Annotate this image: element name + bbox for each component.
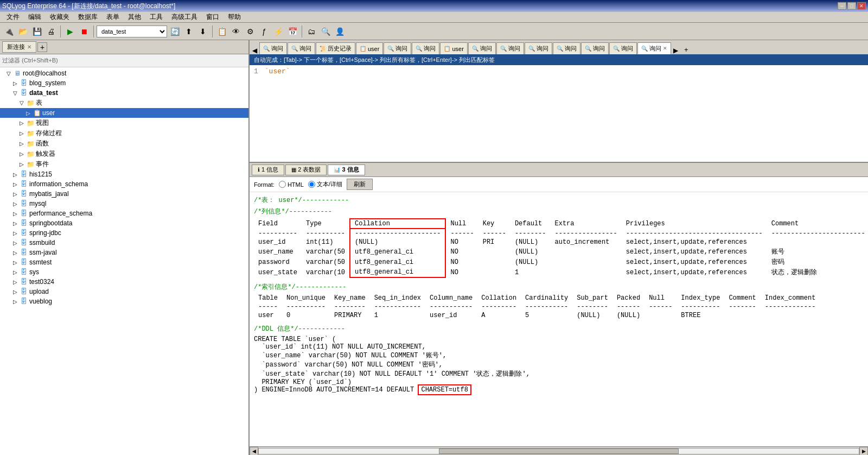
hscroll-thumb[interactable] xyxy=(439,448,679,454)
db-tree: ▽ 🖥 root@localhost ▷ 🗄 blog_system ▽ 🗄 d… xyxy=(0,67,248,455)
qtab-query-7[interactable]: 🔍 询问 xyxy=(525,42,552,54)
result-content[interactable]: /*表： user*/------------ /*列信息*/---------… xyxy=(250,192,868,446)
qtab-query-2[interactable]: 🔍 询问 xyxy=(288,42,315,54)
tb-func[interactable]: ƒ xyxy=(258,25,271,38)
tb-new-conn[interactable]: 🔌 xyxy=(2,25,15,38)
qtab-query-8[interactable]: 🔍 询问 xyxy=(553,42,580,54)
tree-node-ssm-javal[interactable]: ▷ 🗄 ssm-javal xyxy=(0,248,248,257)
tree-node-mybatis[interactable]: ▷ 🗄 mybatis_javal xyxy=(0,189,248,199)
col-collation-4: utf8_general_ci xyxy=(350,267,445,277)
qtab-query-5[interactable]: 🔍 询问 xyxy=(468,42,496,54)
menubar-item-文件[interactable]: 文件 xyxy=(2,11,24,23)
refresh-button[interactable]: 刷新 xyxy=(347,179,373,190)
maximize-button[interactable]: □ xyxy=(847,2,856,10)
tb-user[interactable]: 👤 xyxy=(333,25,346,38)
tb-schema[interactable]: 🗂 xyxy=(305,25,318,38)
tb-save[interactable]: 💾 xyxy=(30,25,43,38)
hscroll-right-arrow[interactable]: ▶ xyxy=(859,447,868,456)
menubar-item-工具[interactable]: 工具 xyxy=(145,11,167,23)
qtab-query-1[interactable]: 🔍 询问 xyxy=(259,42,287,54)
rtab-tabledata[interactable]: ▦ 2 表数据 xyxy=(285,165,327,175)
qtab-label: 询问 xyxy=(424,45,436,53)
tree-node-vueblog[interactable]: ▷ 🗄 vueblog xyxy=(0,296,248,306)
add-tab-button[interactable]: + xyxy=(681,45,691,54)
minimize-button[interactable]: ─ xyxy=(838,2,846,10)
tb-table[interactable]: 📋 xyxy=(215,25,228,38)
tree-node-ssmtest[interactable]: ▷ 🗄 ssmtest xyxy=(0,257,248,267)
tree-node-funcs-folder[interactable]: ▷ 📁 函数 xyxy=(0,138,248,149)
conn-tab-new[interactable]: 新连接 ✕ xyxy=(2,41,36,53)
tree-node-tables-folder[interactable]: ▽ 📁 表 xyxy=(0,98,248,108)
tree-node-events-folder[interactable]: ▷ 📁 事件 xyxy=(0,159,248,169)
format-html-radio[interactable] xyxy=(279,181,286,188)
tree-node-root[interactable]: ▽ 🖥 root@localhost xyxy=(0,68,248,78)
rtab-colinfo[interactable]: 📊 3 信息 xyxy=(328,165,365,175)
info-icon: ℹ xyxy=(258,167,260,173)
tb-proc[interactable]: ⚙ xyxy=(244,25,257,38)
db-selector[interactable]: data_test xyxy=(97,26,167,37)
qtab-user-1[interactable]: 📋 user xyxy=(356,42,383,54)
sep: ------ xyxy=(478,229,510,238)
tree-node-mysql[interactable]: ▷ 🗄 mysql xyxy=(0,199,248,208)
tb-view[interactable]: 👁 xyxy=(229,25,242,38)
tree-label-triggers: 触发器 xyxy=(36,149,55,159)
close-icon[interactable]: ✕ xyxy=(27,44,31,50)
menubar-item-收藏夹[interactable]: 收藏夹 xyxy=(46,11,74,23)
menubar-item-窗口[interactable]: 窗口 xyxy=(202,11,224,23)
qtab-query-3[interactable]: 🔍 询问 xyxy=(384,42,411,54)
qtab-nav-left[interactable]: ◀ xyxy=(251,47,259,54)
menubar-item-帮助[interactable]: 帮助 xyxy=(224,11,245,23)
format-text-option[interactable]: 文本/详细 xyxy=(308,180,342,188)
qtab-query-10[interactable]: 🔍 询问 xyxy=(609,42,637,54)
format-text-radio[interactable] xyxy=(308,181,315,188)
tb-open[interactable]: 📂 xyxy=(16,25,29,38)
close-button[interactable]: ✕ xyxy=(857,2,866,10)
tree-node-info-schema[interactable]: ▷ 🗄 information_schema xyxy=(0,179,248,189)
tree-node-spring-jdbc[interactable]: ▷ 🗄 spring-jdbc xyxy=(0,228,248,238)
expand-icon: ▷ xyxy=(11,79,20,87)
qtab-history[interactable]: 📜 历史记录 xyxy=(316,42,355,54)
tree-node-ssmbuild[interactable]: ▷ 🗄 ssmbuild xyxy=(0,238,248,248)
tree-node-triggers-folder[interactable]: ▷ 📁 触发器 xyxy=(0,149,248,159)
tree-node-user-table[interactable]: ▷ 📋 user xyxy=(0,108,248,118)
tb-execute[interactable]: ▶ xyxy=(63,25,76,38)
col-extra-3 xyxy=(551,257,622,267)
menubar-item-其他[interactable]: 其他 xyxy=(124,11,145,23)
tb-trigger[interactable]: ⚡ xyxy=(272,25,285,38)
tree-node-his1215[interactable]: ▷ 🗄 his1215 xyxy=(0,169,248,179)
tb-print[interactable]: 🖨 xyxy=(44,25,58,38)
menubar-item-表单[interactable]: 表单 xyxy=(102,11,124,23)
editor-content[interactable]: 1`user` xyxy=(250,65,868,163)
tree-node-procs-folder[interactable]: ▷ 📁 存储过程 xyxy=(0,128,248,138)
menubar-item-数据库[interactable]: 数据库 xyxy=(74,11,102,23)
qtab-query-6[interactable]: 🔍 询问 xyxy=(496,42,524,54)
tb-stop[interactable]: ⏹ xyxy=(78,25,91,38)
qtab-query-active[interactable]: 🔍 询问 ✕ xyxy=(637,42,671,54)
tree-node-springboot[interactable]: ▷ 🗄 springbootdata xyxy=(0,218,248,228)
menubar-item-高级工具[interactable]: 高级工具 xyxy=(167,11,202,23)
format-html-option[interactable]: HTML xyxy=(279,181,304,188)
col-comment-header: Comment xyxy=(767,219,868,229)
tree-node-sys[interactable]: ▷ 🗄 sys xyxy=(0,267,248,277)
tb-event[interactable]: 📅 xyxy=(286,25,299,38)
qtab-query-9[interactable]: 🔍 询问 xyxy=(581,42,609,54)
tree-node-perf-schema[interactable]: ▷ 🗄 performance_schema xyxy=(0,208,248,218)
tree-node-upload[interactable]: ▷ 🗄 upload xyxy=(0,287,248,296)
qtab-user-2[interactable]: 📋 user xyxy=(440,42,467,54)
tb-query[interactable]: 🔍 xyxy=(319,25,332,38)
qtab-query-4[interactable]: 🔍 询问 xyxy=(412,42,439,54)
hscroll-track[interactable] xyxy=(258,448,859,454)
qtab-nav-right[interactable]: ▶ xyxy=(672,47,680,54)
tb-refresh[interactable]: 🔄 xyxy=(168,25,181,38)
hscroll-left-arrow[interactable]: ◀ xyxy=(250,447,258,456)
tb-export[interactable]: ⬇ xyxy=(196,25,209,38)
tb-import[interactable]: ⬆ xyxy=(182,25,195,38)
add-conn-button[interactable]: + xyxy=(37,42,47,52)
tree-node-test0324[interactable]: ▷ 🗄 test0324 xyxy=(0,277,248,287)
close-tab-icon[interactable]: ✕ xyxy=(663,46,667,51)
tree-node-data-test[interactable]: ▽ 🗄 data_test xyxy=(0,88,248,98)
menubar-item-编辑[interactable]: 编辑 xyxy=(24,11,46,23)
tree-node-views-folder[interactable]: ▷ 📁 视图 xyxy=(0,118,248,128)
rtab-info[interactable]: ℹ 1 信息 xyxy=(252,165,284,175)
tree-node-blog-system[interactable]: ▷ 🗄 blog_system xyxy=(0,78,248,88)
